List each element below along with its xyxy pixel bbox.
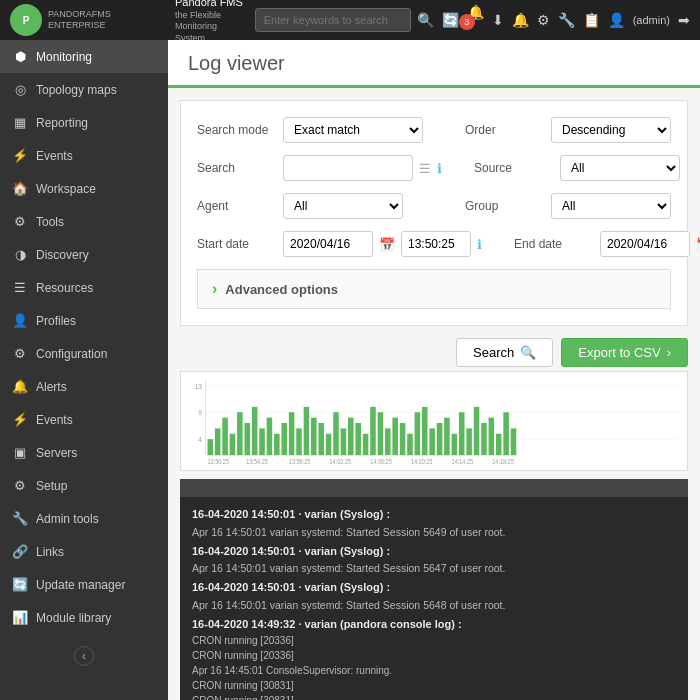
search-input[interactable]: [283, 155, 413, 181]
search-options-icon[interactable]: ☰: [419, 161, 431, 176]
download-icon[interactable]: ⬇: [492, 12, 504, 28]
sidebar-label-setup: Setup: [36, 479, 67, 493]
advanced-options-bar[interactable]: › Advanced options: [197, 269, 671, 309]
svg-rect-19: [296, 428, 302, 455]
sidebar-item-setup[interactable]: ⚙ Setup: [0, 469, 168, 502]
log-entry-0: 16-04-2020 14:50:01 · varian (Syslog) : …: [192, 505, 676, 542]
log-area: 16-04-2020 14:50:01 · varian (Syslog) : …: [180, 479, 688, 700]
sidebar-item-alerts[interactable]: 🔔 Alerts: [0, 370, 168, 403]
search-button[interactable]: Search 🔍: [456, 338, 553, 367]
sidebar-item-configuration[interactable]: ⚙ Configuration: [0, 337, 168, 370]
agent-select[interactable]: All: [283, 193, 403, 219]
profiles-icon: 👤: [12, 313, 28, 328]
log-entry-title-1: 16-04-2020 14:50:01 · varian (Syslog) :: [192, 542, 676, 561]
svg-rect-7: [207, 439, 213, 455]
sidebar-label-topology-maps: Topology maps: [36, 83, 117, 97]
start-time-input[interactable]: [401, 231, 471, 257]
svg-rect-14: [259, 428, 265, 455]
svg-rect-10: [230, 434, 236, 456]
export-chevron-icon: ›: [667, 345, 671, 360]
sidebar-item-reporting[interactable]: ▦ Reporting: [0, 106, 168, 139]
sidebar-item-monitoring[interactable]: ⬢ Monitoring: [0, 40, 168, 73]
sidebar-label-admin-tools: Admin tools: [36, 512, 99, 526]
settings-icon[interactable]: ⚙: [537, 12, 550, 28]
svg-rect-9: [222, 418, 228, 456]
start-date-input[interactable]: [283, 231, 373, 257]
search-info-icon[interactable]: ℹ: [437, 161, 442, 176]
sidebar-item-events2[interactable]: ⚡ Events: [0, 403, 168, 436]
svg-text:4: 4: [198, 436, 202, 444]
source-select[interactable]: All: [560, 155, 680, 181]
sidebar-item-admin-tools[interactable]: 🔧 Admin tools: [0, 502, 168, 535]
log-content: 16-04-2020 14:50:01 · varian (Syslog) : …: [180, 497, 688, 700]
svg-rect-13: [252, 407, 258, 455]
sidebar-item-links[interactable]: 🔗 Links: [0, 535, 168, 568]
module-library-icon: 📊: [12, 610, 28, 625]
sidebar-item-resources[interactable]: ☰ Resources: [0, 271, 168, 304]
log-header-bar: [180, 479, 688, 497]
sidebar-item-tools[interactable]: ⚙ Tools: [0, 205, 168, 238]
sidebar-label-events: Events: [36, 149, 73, 163]
setup-icon: ⚙: [12, 478, 28, 493]
sidebar-label-events2: Events: [36, 413, 73, 427]
admin-tools-icon: 🔧: [12, 511, 28, 526]
group-select[interactable]: All: [551, 193, 671, 219]
user-label: (admin): [633, 14, 670, 26]
svg-rect-23: [326, 434, 332, 456]
sidebar-label-update-manager: Update manager: [36, 578, 125, 592]
sidebar-item-discovery[interactable]: ◑ Discovery: [0, 238, 168, 271]
source-group: Source All: [474, 155, 680, 181]
log-entry-title-3: 16-04-2020 14:49:32 · varian (pandora co…: [192, 615, 676, 634]
svg-rect-12: [244, 423, 250, 455]
sidebar-label-configuration: Configuration: [36, 347, 107, 361]
copy-icon[interactable]: 📋: [583, 12, 600, 28]
sidebar-collapse-button[interactable]: ‹: [74, 646, 94, 666]
svg-rect-24: [333, 412, 339, 455]
search-group: Search ☰ ℹ: [197, 155, 442, 181]
export-csv-button[interactable]: Export to CSV ›: [561, 338, 688, 367]
search-form: Search mode Exact match Order Descending…: [180, 100, 688, 326]
sidebar-item-profiles[interactable]: 👤 Profiles: [0, 304, 168, 337]
sidebar-item-update-manager[interactable]: 🔄 Update manager: [0, 568, 168, 601]
svg-rect-46: [496, 434, 502, 456]
search-icon[interactable]: 🔍: [417, 12, 434, 28]
sidebar-item-events[interactable]: ⚡ Events: [0, 139, 168, 172]
sidebar: ⬢ Monitoring ◎ Topology maps ▦ Reporting…: [0, 40, 168, 700]
svg-rect-25: [341, 428, 347, 455]
svg-text:9: 9: [198, 409, 202, 417]
group-label: Group: [465, 199, 545, 213]
configuration-icon: ⚙: [12, 346, 28, 361]
svg-rect-45: [489, 418, 495, 456]
sidebar-item-servers[interactable]: ▣ Servers: [0, 436, 168, 469]
sidebar-item-workspace[interactable]: 🏠 Workspace: [0, 172, 168, 205]
page-title-bar: Log viewer: [168, 40, 700, 88]
svg-rect-43: [474, 407, 480, 455]
sidebar-item-topology-maps[interactable]: ◎ Topology maps: [0, 73, 168, 106]
notification-icon[interactable]: 🔔 3: [467, 4, 484, 36]
search-mode-select[interactable]: Exact match: [283, 117, 423, 143]
refresh-icon[interactable]: 🔄: [442, 12, 459, 28]
start-time-info-icon[interactable]: ℹ: [477, 237, 482, 252]
sidebar-item-module-library[interactable]: 📊 Module library: [0, 601, 168, 634]
tools-icon[interactable]: 🔧: [558, 12, 575, 28]
end-date-calendar-icon[interactable]: 📅: [696, 237, 700, 252]
header-icons: 🔍 🔄 🔔 3 ⬇ 🔔 ⚙ 🔧 📋 👤 (admin) ➡: [417, 4, 690, 36]
svg-text:14:06:25: 14:06:25: [370, 458, 392, 464]
end-date-input[interactable]: [600, 231, 690, 257]
advanced-chevron-icon: ›: [212, 280, 217, 298]
svg-text:14:18:25: 14:18:25: [492, 458, 514, 464]
order-select[interactable]: Descending: [551, 117, 671, 143]
svg-rect-28: [363, 434, 369, 456]
svg-rect-34: [407, 434, 413, 456]
logout-icon[interactable]: ➡: [678, 12, 690, 28]
alert-icon[interactable]: 🔔: [512, 12, 529, 28]
svg-rect-42: [466, 428, 472, 455]
export-button-label: Export to CSV: [578, 345, 660, 360]
user-icon[interactable]: 👤: [608, 12, 625, 28]
svg-text:13:50:25: 13:50:25: [207, 458, 229, 464]
log-entry-title-0: 16-04-2020 14:50:01 · varian (Syslog) :: [192, 505, 676, 524]
app-name: Pandora FMS the Flexible Monitoring Syst…: [175, 0, 249, 45]
order-label: Order: [465, 123, 545, 137]
global-search-input[interactable]: [255, 8, 411, 32]
start-date-calendar-icon[interactable]: 📅: [379, 237, 395, 252]
